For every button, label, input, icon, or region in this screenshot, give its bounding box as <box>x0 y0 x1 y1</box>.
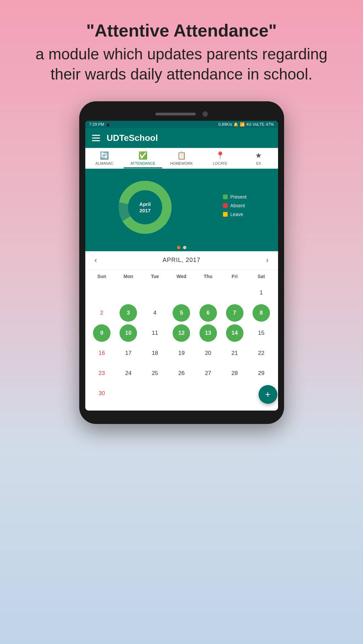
cal-day-1-2[interactable]: 4 <box>146 304 164 322</box>
present-label: Present <box>230 194 246 200</box>
day-header-tue: Tue <box>142 272 168 280</box>
cal-day-3-4[interactable]: 20 <box>199 344 217 362</box>
cal-day-1-0[interactable]: 2 <box>93 304 110 322</box>
app-title: UDTeSchool <box>107 133 158 143</box>
status-time: 7:29 PM 📱 <box>89 122 111 127</box>
cal-day-4-0[interactable]: 23 <box>93 365 110 382</box>
promo-text-block: "Attentive Attendance" a module which up… <box>0 0 363 95</box>
almanac-icon: 🔄 <box>100 151 109 160</box>
cal-day-2-0[interactable]: 9 <box>93 324 110 342</box>
day-header-sun: Sun <box>89 272 115 280</box>
chart-section: April 2017 Present Absent Leave <box>85 169 278 243</box>
chart-dots <box>85 243 278 251</box>
tab-bar: 🔄 ALMANAC ✅ ATTENDANCE 📋 HOMEWORK 📍 LOCA… <box>85 148 278 169</box>
cal-day-4-4[interactable]: 27 <box>199 365 217 382</box>
day-header-fri: Fri <box>221 272 248 280</box>
cal-day-4-1[interactable]: 24 <box>120 365 137 382</box>
tab-extra[interactable]: ★ EX <box>239 148 278 168</box>
cal-day-2-4[interactable]: 13 <box>199 324 217 342</box>
chart-legend: Present Absent Leave <box>223 194 246 220</box>
cal-day-1-3[interactable]: 5 <box>173 304 190 322</box>
cal-day-2-5[interactable]: 14 <box>226 324 243 342</box>
cal-day-0-1 <box>120 284 137 302</box>
phone-camera <box>202 111 208 117</box>
phone-mockup: 7:29 PM 📱 0.89K/s 🔔 📶 4G VoLTE 47% UDTeS… <box>79 101 284 424</box>
day-header-thu: Thu <box>195 272 221 280</box>
extra-icon: ★ <box>255 151 262 160</box>
chart-dot-1[interactable] <box>177 246 180 249</box>
absent-color <box>223 203 228 208</box>
cal-day-1-4[interactable]: 6 <box>199 304 217 322</box>
absent-label: Absent <box>230 203 245 208</box>
phone-notch <box>85 111 278 117</box>
homework-icon: 📋 <box>177 151 186 160</box>
cal-day-5-1 <box>120 385 137 402</box>
cal-day-5-0[interactable]: 30 <box>93 385 110 402</box>
fab-button[interactable]: + <box>259 385 277 404</box>
tab-locate-label: LOCATE <box>213 161 227 165</box>
cal-day-4-2[interactable]: 25 <box>146 365 164 382</box>
cal-day-3-6[interactable]: 22 <box>253 344 270 362</box>
tab-attendance-label: ATTENDANCE <box>131 161 155 165</box>
cal-day-0-6[interactable]: 1 <box>253 284 270 302</box>
next-month-button[interactable]: › <box>263 256 271 265</box>
calendar-week-6: 30 <box>89 384 275 403</box>
tab-attendance[interactable]: ✅ ATTENDANCE <box>124 148 162 168</box>
chart-dot-2[interactable] <box>183 246 186 249</box>
cal-day-2-2[interactable]: 11 <box>146 324 164 342</box>
cal-day-1-6[interactable]: 8 <box>253 304 270 322</box>
calendar-section: ‹ APRIL, 2017 › Sun Mon Tue Wed Thu Fri … <box>85 251 278 411</box>
donut-center-label: April 2017 <box>139 201 151 214</box>
prev-month-button[interactable]: ‹ <box>92 256 100 265</box>
donut-chart: April 2017 <box>117 179 174 236</box>
tab-extra-label: EX <box>256 161 261 165</box>
cal-day-2-1[interactable]: 10 <box>120 324 137 342</box>
leave-label: Leave <box>230 212 243 217</box>
tab-almanac[interactable]: 🔄 ALMANAC <box>85 148 124 168</box>
cal-day-4-5[interactable]: 28 <box>226 365 243 382</box>
legend-leave: Leave <box>223 212 246 217</box>
cal-day-5-3 <box>173 385 190 402</box>
calendar-week-5: 23242526272829 <box>89 364 275 383</box>
cal-day-3-2[interactable]: 18 <box>146 344 164 362</box>
day-header-sat: Sat <box>248 272 274 280</box>
calendar-nav: ‹ APRIL, 2017 › <box>85 251 278 270</box>
cal-day-4-3[interactable]: 26 <box>173 365 190 382</box>
cal-day-1-1[interactable]: 3 <box>120 304 137 322</box>
tab-homework[interactable]: 📋 HOMEWORK <box>162 148 201 168</box>
tab-locate[interactable]: 📍 LOCATE <box>201 148 239 168</box>
calendar-header-row: Sun Mon Tue Wed Thu Fri Sat <box>89 270 275 283</box>
cal-day-1-5[interactable]: 7 <box>226 304 243 322</box>
calendar-weeks: 1234567891011121314151617181920212223242… <box>89 283 275 403</box>
cal-day-0-2 <box>146 284 164 302</box>
hamburger-menu[interactable] <box>92 135 100 141</box>
cal-day-5-4 <box>199 385 217 402</box>
legend-present: Present <box>223 194 246 200</box>
cal-day-3-1[interactable]: 17 <box>120 344 137 362</box>
cal-day-0-0 <box>93 284 110 302</box>
attendance-icon: ✅ <box>138 151 147 160</box>
calendar-week-4: 16171819202122 <box>89 343 275 363</box>
cal-day-3-3[interactable]: 19 <box>173 344 190 362</box>
calendar-week-1: 1 <box>89 283 275 303</box>
calendar-week-2: 2345678 <box>89 303 275 323</box>
promo-subheadline: a module which updates parents regarding… <box>27 44 336 85</box>
tab-almanac-label: ALMANAC <box>95 161 113 165</box>
cal-day-3-5[interactable]: 21 <box>226 344 243 362</box>
day-header-mon: Mon <box>115 272 142 280</box>
calendar-week-3: 9101112131415 <box>89 323 275 343</box>
leave-color <box>223 212 228 217</box>
status-indicators: 0.89K/s 🔔 📶 4G VoLTE 47% <box>218 122 274 127</box>
cal-day-2-3[interactable]: 12 <box>173 324 190 342</box>
tab-homework-label: HOMEWORK <box>170 161 193 165</box>
status-bar: 7:29 PM 📱 0.89K/s 🔔 📶 4G VoLTE 47% <box>85 121 278 128</box>
cal-day-5-5 <box>226 385 243 402</box>
present-color <box>223 195 228 199</box>
cal-day-5-2 <box>146 385 164 402</box>
cal-day-4-6[interactable]: 29 <box>253 365 270 382</box>
calendar-grid: Sun Mon Tue Wed Thu Fri Sat 123456789101… <box>85 270 278 411</box>
legend-absent: Absent <box>223 203 246 208</box>
cal-day-2-6[interactable]: 15 <box>253 324 270 342</box>
cal-day-0-4 <box>199 284 217 302</box>
cal-day-3-0[interactable]: 16 <box>93 344 110 362</box>
